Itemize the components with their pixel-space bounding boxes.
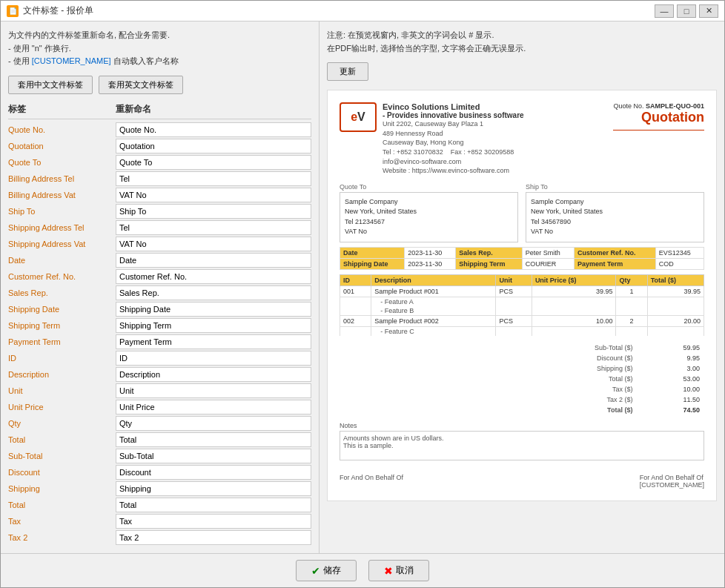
col-rename-header: 重新命名	[116, 103, 311, 116]
label-input[interactable]	[116, 481, 311, 496]
right-panel: 注意: 在预览视窗内, 非英文的字词会以 # 显示. 在PDF输出时, 选择恰当…	[320, 22, 724, 553]
quote-no-value: SAMPLE-QUO-001	[646, 102, 704, 110]
label-input[interactable]	[116, 530, 311, 545]
label-name: Date	[8, 254, 116, 266]
label-row: Shipping	[8, 481, 311, 496]
item-total: 20.00	[647, 315, 704, 326]
update-button[interactable]: 更新	[327, 62, 368, 81]
feature-row: - Feature A	[340, 297, 704, 306]
label-row: Discount	[8, 465, 311, 480]
item-qty: 1	[616, 285, 647, 297]
english-labels-button[interactable]: 套用英文文件标签	[99, 76, 183, 94]
label-input[interactable]	[116, 269, 311, 284]
label-input[interactable]	[116, 449, 311, 463]
item-desc: Sample Product #001	[371, 285, 496, 297]
shipping-row: Shipping ($) 3.00	[557, 364, 703, 373]
label-name: Customer Ref. No.	[8, 271, 116, 283]
cancel-button[interactable]: ✖ 取消	[368, 560, 429, 581]
totals-section: Sub-Total ($) 59.95 Discount ($) 9.95 Sh…	[340, 342, 704, 416]
label-row: ID	[8, 351, 311, 366]
label-name: Total	[8, 434, 116, 446]
minimize-button[interactable]: —	[655, 4, 674, 18]
table-row: 001 Sample Product #001 PCS 39.95 1 39.9…	[340, 285, 704, 297]
save-button[interactable]: ✔ 储存	[296, 560, 357, 581]
label-row: Quote No.	[8, 122, 311, 137]
label-row: Unit	[8, 383, 311, 398]
label-input[interactable]	[116, 139, 311, 153]
label-row: Sub-Total	[8, 449, 311, 463]
label-input[interactable]	[116, 302, 311, 317]
address-section: Quote To Sample Company New York, United…	[340, 183, 704, 242]
label-input[interactable]	[116, 367, 311, 382]
note-line1: 注意: 在预览视窗内, 非英文的字词会以 # 显示.	[327, 29, 717, 42]
label-input[interactable]	[116, 383, 311, 398]
label-input[interactable]	[116, 351, 311, 366]
label-input[interactable]	[116, 188, 311, 202]
label-input[interactable]	[116, 465, 311, 480]
label-input[interactable]	[116, 155, 311, 170]
subtotal-value: 59.95	[637, 343, 703, 352]
discount-label: Discount ($)	[557, 354, 635, 363]
maximize-button[interactable]: □	[677, 4, 696, 18]
label-name: Sub-Total	[8, 450, 116, 462]
label-row: Shipping Term	[8, 318, 311, 333]
label-row: Date	[8, 253, 311, 268]
email: info@evinco-software.com	[383, 157, 524, 167]
label-row: Quote To	[8, 155, 311, 170]
label-name: Shipping Term	[8, 320, 116, 331]
addr2: 489 Hennessy Road	[383, 129, 524, 139]
label-row: Customer Ref. No.	[8, 269, 311, 284]
label-row: Total	[8, 498, 311, 512]
label-row: Billing Address Vat	[8, 188, 311, 202]
final-total-label: Total ($)	[557, 406, 635, 414]
label-input[interactable]	[116, 253, 311, 268]
shipping-value: 3.00	[637, 364, 703, 373]
addr3: Causeway Bay, Hong Kong	[383, 138, 524, 148]
label-input[interactable]	[116, 514, 311, 529]
label-input[interactable]	[116, 237, 311, 251]
item-total: 39.95	[647, 285, 704, 297]
label-input[interactable]	[116, 318, 311, 333]
label-input[interactable]	[116, 432, 311, 447]
quote-info: Quote No. SAMPLE-QUO-001 Quotation	[613, 102, 704, 176]
ship-vat: VAT No	[531, 227, 699, 237]
label-input[interactable]	[116, 220, 311, 235]
chinese-labels-button[interactable]: 套用中文文件标签	[8, 76, 93, 94]
label-input[interactable]	[116, 122, 311, 137]
label-name: Total	[8, 499, 116, 511]
table-header: 标签 重新命名	[8, 103, 311, 119]
label-input[interactable]	[116, 171, 311, 186]
payterm-header: Payment Term	[574, 258, 655, 269]
customer-name-tag: [CUSTOMER_NAME]	[32, 56, 111, 65]
label-input[interactable]	[116, 400, 311, 414]
discount-row: Discount ($) 9.95	[557, 354, 703, 363]
label-input[interactable]	[116, 416, 311, 431]
item-id: 001	[340, 285, 371, 297]
label-row: Payment Term	[8, 334, 311, 349]
signature-row: For And On Behalf Of For And On Behalf O…	[340, 468, 704, 489]
shipdate-value: 2023-11-30	[405, 258, 456, 269]
cancel-label: 取消	[396, 564, 414, 577]
label-table: 标签 重新命名 Quote No.QuotationQuote ToBillin…	[8, 103, 311, 546]
tax2-row: Tax 2 ($) 11.50	[557, 395, 703, 404]
item-qty: 2	[616, 315, 647, 326]
label-input[interactable]	[116, 204, 311, 219]
date-header: Date	[340, 247, 405, 258]
label-name: Shipping Date	[8, 303, 116, 315]
label-name: Tax	[8, 515, 116, 527]
ship-tel: Tel 34567890	[531, 217, 699, 228]
notes-box: Amounts shown are in US dollars. This is…	[340, 431, 704, 460]
payterm-value: COD	[655, 258, 704, 269]
tel: Tel : +852 31070832	[383, 148, 443, 156]
check-icon: ✔	[311, 565, 320, 577]
ship-address-box: Sample Company New York, United States T…	[526, 192, 704, 242]
quote-no-row: Quote No. SAMPLE-QUO-001	[613, 102, 704, 110]
label-input[interactable]	[116, 334, 311, 349]
label-row: Qty	[8, 416, 311, 431]
label-input[interactable]	[116, 285, 311, 300]
shipping-label: Shipping ($)	[557, 364, 635, 373]
close-button[interactable]: ✕	[699, 4, 718, 18]
logo-box: eV	[340, 102, 377, 132]
notes-line1: Amounts shown are in US dollars.	[343, 435, 701, 442]
label-input[interactable]	[116, 498, 311, 512]
